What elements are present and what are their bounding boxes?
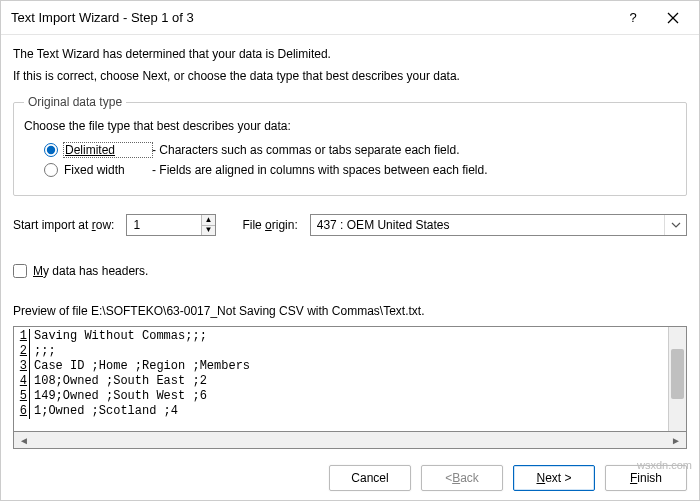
preview-line: 3Case ID ;Home ;Region ;Members [16,359,668,374]
titlebar: Text Import Wizard - Step 1 of 3 ? [1,1,699,35]
preview-line: 61;Owned ;Scotland ;4 [16,404,668,419]
preview-line: 5149;Owned ;South West ;6 [16,389,668,404]
delimited-radio[interactable] [44,143,58,157]
spinner-up-button[interactable]: ▲ [202,215,216,226]
start-row-input[interactable] [127,215,200,235]
file-origin-combo[interactable]: 437 : OEM United States [310,214,687,236]
preview-line: 1Saving Without Commas;;; [16,329,668,344]
line-number: 5 [16,389,30,404]
line-number: 2 [16,344,30,359]
cancel-button[interactable]: Cancel [329,465,411,491]
line-number: 4 [16,374,30,389]
line-text: Case ID ;Home ;Region ;Members [34,359,250,374]
scroll-right-button[interactable]: ► [668,435,684,446]
close-button[interactable] [653,3,693,33]
line-text: ;;; [34,344,56,359]
preview-line: 4108;Owned ;South East ;2 [16,374,668,389]
delimited-radio-label[interactable]: Delimited [64,143,152,157]
start-row-label: Start import at row: [13,218,114,232]
next-button[interactable]: Next > [513,465,595,491]
horizontal-scrollbar[interactable]: ◄ ► [13,432,687,449]
dialog-button-bar: Cancel < Back Next > Finish [1,449,699,491]
close-icon [667,12,679,24]
scrollbar-thumb[interactable] [671,349,684,399]
fixed-width-radio-label[interactable]: Fixed width [64,163,152,177]
window-title: Text Import Wizard - Step 1 of 3 [11,10,613,25]
line-text: 149;Owned ;South West ;6 [34,389,207,404]
preview-label: Preview of file E:\SOFTEKO\63-0017_Not S… [13,304,687,318]
spinner-down-button[interactable]: ▼ [202,226,216,236]
file-origin-label: File origin: [242,218,297,232]
intro-text-1: The Text Wizard has determined that your… [13,47,687,61]
fixed-width-radio[interactable] [44,163,58,177]
file-origin-value: 437 : OEM United States [317,218,450,232]
group-legend: Original data type [24,95,126,109]
preview-pane: 1Saving Without Commas;;;2;;;3Case ID ;H… [13,326,687,432]
line-number: 6 [16,404,30,419]
help-button[interactable]: ? [613,3,653,33]
delimited-desc: - Characters such as commas or tabs sepa… [152,143,459,157]
scroll-left-button[interactable]: ◄ [16,435,32,446]
line-text: 108;Owned ;South East ;2 [34,374,207,389]
chevron-down-icon[interactable] [664,215,686,235]
intro-text-2: If this is correct, choose Next, or choo… [13,69,687,83]
line-text: Saving Without Commas;;; [34,329,207,344]
back-button[interactable]: < Back [421,465,503,491]
fixed-width-desc: - Fields are aligned in columns with spa… [152,163,488,177]
line-number: 1 [16,329,30,344]
preview-line: 2;;; [16,344,668,359]
line-text: 1;Owned ;Scotland ;4 [34,404,178,419]
my-data-has-headers-label[interactable]: My data has headers. [33,264,148,278]
choose-file-type-label: Choose the file type that best describes… [24,119,676,133]
vertical-scrollbar[interactable] [668,327,686,431]
original-data-type-group: Original data type Choose the file type … [13,95,687,196]
my-data-has-headers-checkbox[interactable] [13,264,27,278]
watermark: wsxdn.com [637,459,692,471]
start-row-spinner[interactable]: ▲ ▼ [126,214,216,236]
preview-text-area: 1Saving Without Commas;;;2;;;3Case ID ;H… [14,327,668,431]
line-number: 3 [16,359,30,374]
